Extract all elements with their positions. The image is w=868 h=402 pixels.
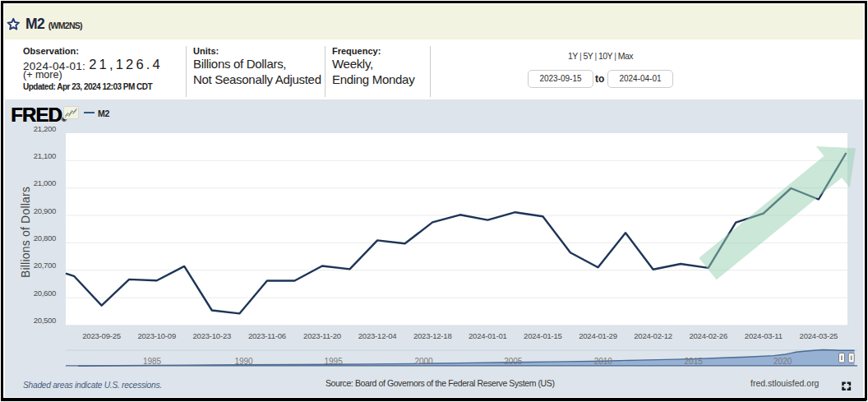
svg-text:2005: 2005	[504, 357, 523, 366]
svg-text:21,100: 21,100	[34, 151, 56, 160]
svg-text:2000: 2000	[414, 357, 433, 366]
svg-text:2015: 2015	[685, 357, 704, 366]
svg-text:20,600: 20,600	[34, 289, 56, 298]
svg-text:2010: 2010	[594, 357, 613, 366]
svg-text:20,800: 20,800	[34, 233, 56, 243]
svg-text:2023-10-09: 2023-10-09	[137, 331, 176, 340]
svg-text:Billions of Dollars: Billions of Dollars	[19, 187, 32, 278]
svg-text:2023-09-25: 2023-09-25	[82, 331, 121, 340]
svg-text:2024-02-12: 2024-02-12	[634, 331, 672, 340]
svg-text:1990: 1990	[234, 357, 253, 366]
svg-text:2023-10-23: 2023-10-23	[192, 331, 231, 340]
svg-text:2024-01-29: 2024-01-29	[579, 331, 617, 340]
svg-text:21,000: 21,000	[34, 178, 56, 187]
svg-text:1985: 1985	[143, 357, 162, 366]
svg-text:2024-02-26: 2024-02-26	[689, 331, 727, 340]
svg-text:2024-03-25: 2024-03-25	[800, 331, 838, 340]
svg-text:2024-03-11: 2024-03-11	[745, 331, 783, 340]
svg-text:1995: 1995	[324, 357, 343, 366]
svg-text:2023-11-20: 2023-11-20	[303, 331, 341, 340]
svg-text:2023-12-04: 2023-12-04	[358, 331, 397, 340]
svg-text:21,200: 21,200	[34, 124, 56, 133]
svg-text:2023-11-06: 2023-11-06	[248, 331, 286, 340]
svg-text:2023-12-18: 2023-12-18	[413, 331, 452, 340]
svg-text:20,900: 20,900	[34, 206, 56, 215]
svg-text:2020: 2020	[773, 357, 792, 366]
svg-text:2024-01-15: 2024-01-15	[524, 331, 562, 340]
svg-text:2024-01-01: 2024-01-01	[469, 331, 507, 340]
svg-text:20,500: 20,500	[34, 316, 56, 325]
svg-text:20,700: 20,700	[34, 261, 56, 270]
